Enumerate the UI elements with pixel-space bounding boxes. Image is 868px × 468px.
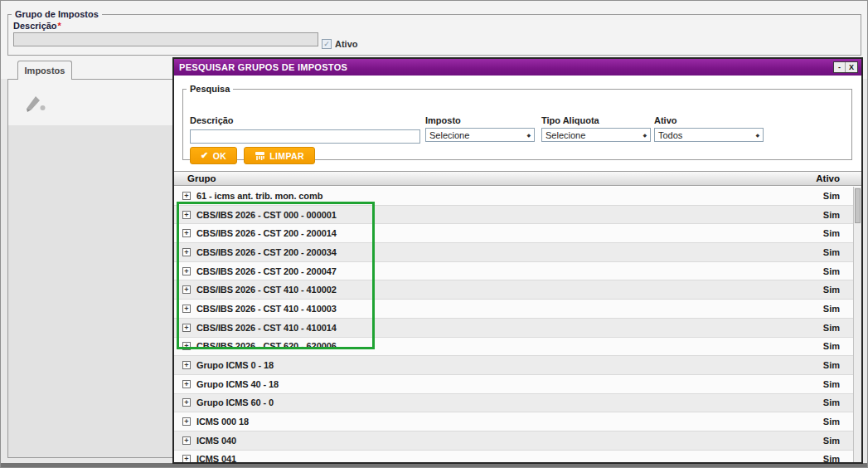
group-ativo: Sim [823, 341, 840, 351]
ok-button[interactable]: ✔ OK [190, 147, 237, 164]
group-ativo: Sim [823, 210, 840, 220]
group-name: Grupo ICMS 60 - 0 [196, 397, 274, 407]
expand-icon[interactable]: + [182, 361, 191, 369]
group-name: CBS/IBS 2026 - CST 200 - 200034 [196, 247, 337, 257]
expand-icon[interactable]: + [182, 192, 191, 200]
group-name: ICMS 000 18 [196, 417, 249, 427]
expand-icon[interactable]: + [182, 417, 191, 426]
table-row[interactable]: +CBS/IBS 2026 - CST 410 - 410003Sim [174, 300, 853, 319]
close-button[interactable]: X [846, 62, 857, 72]
table-header: Grupo Ativo [174, 171, 861, 186]
expand-icon[interactable]: + [182, 380, 191, 388]
table-row[interactable]: +CBS/IBS 2026 - CST 620 - 620006Sim [174, 338, 853, 357]
expand-icon[interactable]: + [182, 342, 191, 350]
group-name: CBS/IBS 2026 - CST 200 - 200014 [196, 228, 337, 238]
pesquisar-grupos-modal: PESQUISAR GRUPOS DE IMPOSTOS - X Pesquis… [172, 57, 863, 464]
expand-icon[interactable]: + [182, 211, 191, 219]
table-row[interactable]: +ICMS 041Sim [174, 451, 853, 462]
expand-icon[interactable]: + [182, 267, 191, 275]
modal-title: PESQUISAR GRUPOS DE IMPOSTOS [179, 62, 833, 72]
ativo-select[interactable]: Todos ◆ [654, 128, 764, 142]
modal-titlebar[interactable]: PESQUISAR GRUPOS DE IMPOSTOS - X [174, 59, 861, 76]
imposto-label: Imposto [425, 115, 535, 125]
expand-icon[interactable]: + [182, 324, 191, 332]
group-name: CBS/IBS 2026 - CST 410 - 410014 [196, 323, 337, 333]
table-row[interactable]: +CBS/IBS 2026 - CST 200 - 200034Sim [174, 243, 853, 262]
table-row[interactable]: +CBS/IBS 2026 - CST 000 - 000001Sim [174, 206, 853, 225]
table-row[interactable]: +CBS/IBS 2026 - CST 200 - 200047Sim [174, 262, 853, 281]
group-name: 61 - icms ant. trib. mon. comb [196, 191, 322, 201]
table-row[interactable]: +61 - icms ant. trib. mon. combSim [174, 187, 853, 206]
group-name: CBS/IBS 2026 - CST 200 - 200047 [196, 266, 337, 276]
scrollbar-thumb[interactable] [855, 188, 861, 223]
check-icon: ✔ [201, 151, 209, 160]
expand-icon[interactable]: + [182, 455, 191, 462]
imposto-select[interactable]: Selecione ◆ [425, 128, 535, 142]
dropdown-arrow-icon: ◆ [643, 132, 647, 138]
search-descricao-label: Descrição [190, 115, 420, 125]
group-ativo: Sim [823, 436, 840, 446]
required-asterisk: * [58, 21, 61, 31]
table-row[interactable]: +CBS/IBS 2026 - CST 410 - 410014Sim [174, 319, 853, 338]
table-row[interactable]: +CBS/IBS 2026 - CST 200 - 200014Sim [174, 224, 853, 243]
ativo-select-value: Todos [658, 130, 682, 140]
table-row[interactable]: +ICMS 000 18Sim [174, 412, 853, 431]
imposto-select-value: Selecione [429, 130, 469, 140]
ativo-checkbox[interactable]: ✓ [322, 39, 332, 49]
ativo-checkbox-label: Ativo [335, 39, 358, 49]
descricao-label: Descrição* [13, 21, 61, 31]
group-ativo: Sim [823, 304, 840, 314]
group-ativo: Sim [823, 228, 840, 238]
group-name: CBS/IBS 2026 - CST 620 - 620006 [196, 341, 337, 351]
group-ativo: Sim [823, 379, 840, 389]
group-ativo: Sim [823, 285, 840, 295]
table-row[interactable]: +CBS/IBS 2026 - CST 410 - 410002Sim [174, 280, 853, 300]
modal-body: Pesquisa Descrição Imposto Selecione ◆ T… [174, 76, 861, 462]
group-ativo: Sim [823, 454, 840, 462]
table-body: +61 - icms ant. trib. mon. combSim+CBS/I… [174, 187, 853, 462]
pesquisa-legend: Pesquisa [187, 84, 233, 94]
table-row[interactable]: +Grupo ICMS 40 - 18Sim [174, 375, 853, 394]
tab-impostos[interactable]: Impostos [17, 61, 72, 80]
window-controls: - X [833, 61, 858, 73]
check-icon: ✓ [323, 41, 330, 48]
tipo-aliquota-select[interactable]: Selecione ◆ [541, 128, 651, 142]
search-descricao-input[interactable] [190, 129, 420, 144]
brush-icon [255, 151, 265, 161]
group-ativo: Sim [823, 360, 840, 370]
table-row[interactable]: +ICMS 040Sim [174, 431, 853, 451]
expand-icon[interactable]: + [182, 436, 191, 445]
group-ativo: Sim [823, 323, 840, 333]
expand-icon[interactable]: + [182, 305, 191, 313]
group-ativo: Sim [823, 191, 840, 201]
group-ativo: Sim [823, 247, 840, 257]
dropdown-arrow-icon: ◆ [755, 132, 759, 138]
table-row[interactable]: +Grupo ICMS 0 - 18Sim [174, 356, 853, 375]
ativo-checkbox-group[interactable]: ✓ Ativo [322, 39, 358, 49]
tab-impostos-label: Impostos [25, 66, 65, 76]
ok-button-label: OK [213, 151, 227, 161]
limpar-button-label: LIMPAR [269, 151, 304, 161]
expand-icon[interactable]: + [182, 285, 191, 294]
column-ativo: Ativo [816, 173, 840, 183]
group-name: ICMS 040 [196, 436, 236, 446]
descricao-input [13, 32, 318, 46]
column-grupo: Grupo [187, 173, 216, 183]
expand-icon[interactable]: + [182, 398, 191, 407]
grupo-impostos-legend: Grupo de Impostos [12, 9, 102, 19]
expand-icon[interactable]: + [182, 248, 191, 256]
group-name: Grupo ICMS 0 - 18 [196, 360, 274, 370]
group-name: ICMS 041 [196, 454, 236, 462]
minimize-button[interactable]: - [834, 62, 846, 72]
group-ativo: Sim [823, 417, 840, 427]
vertical-scrollbar[interactable] [853, 187, 861, 462]
table-row[interactable]: +Grupo ICMS 60 - 0Sim [174, 394, 853, 413]
group-name: Grupo ICMS 40 - 18 [196, 379, 279, 389]
grupo-impostos-fieldset: Grupo de Impostos Descrição* ✓ Ativo [7, 9, 861, 56]
limpar-button[interactable]: LIMPAR [244, 147, 315, 164]
group-name: CBS/IBS 2026 - CST 410 - 410003 [196, 304, 337, 314]
expand-icon[interactable]: + [182, 229, 191, 237]
group-name: CBS/IBS 2026 - CST 000 - 000001 [196, 210, 337, 220]
disabled-action-icon [23, 93, 48, 113]
application-window: Grupo de Impostos Descrição* ✓ Ativo Imp… [0, 0, 868, 468]
